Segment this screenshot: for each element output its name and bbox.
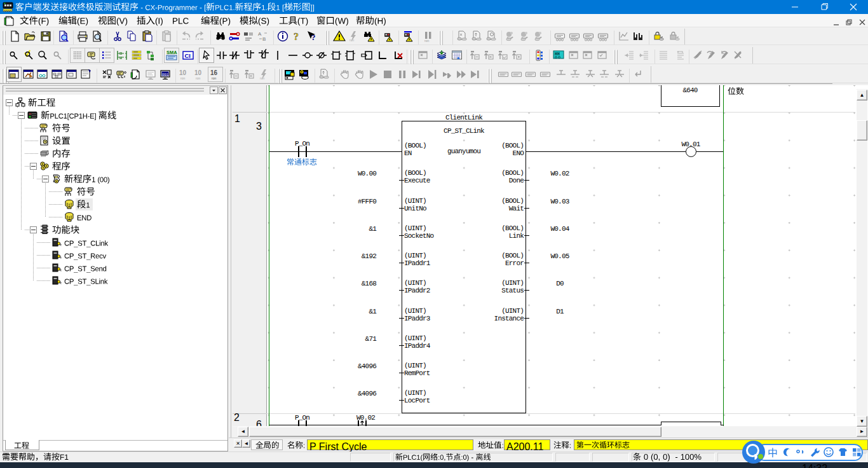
svg-text:ron: ron xyxy=(212,76,216,80)
svg-text:B: B xyxy=(262,36,266,42)
svg-text:ron: ron xyxy=(260,76,264,80)
svg-text:?: ? xyxy=(311,32,316,42)
svg-text:ron: ron xyxy=(349,38,354,42)
svg-text:HH: HH xyxy=(555,52,560,57)
svg-text:001: 001 xyxy=(162,72,169,77)
svg-text:ron: ron xyxy=(424,39,429,43)
svg-text:16: 16 xyxy=(210,69,218,76)
svg-text:10: 10 xyxy=(194,69,202,76)
svg-text:ron: ron xyxy=(180,76,185,80)
svg-text:10: 10 xyxy=(179,69,187,76)
svg-text:CI: CI xyxy=(185,52,191,59)
svg-text:?: ? xyxy=(294,31,299,42)
svg-text:SMA: SMA xyxy=(166,50,177,55)
svg-text:A: A xyxy=(258,31,262,37)
svg-text:ron: ron xyxy=(196,76,200,80)
